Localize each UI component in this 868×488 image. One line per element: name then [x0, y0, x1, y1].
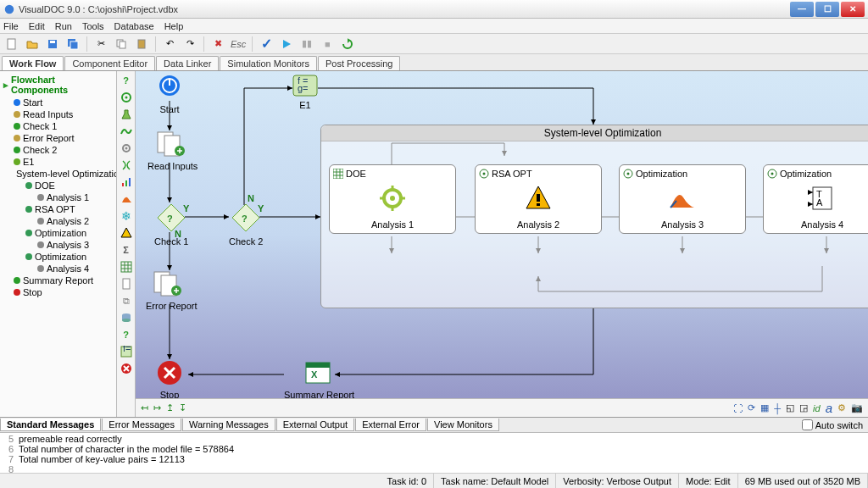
node-doe[interactable]: DOE Analysis 1 [329, 164, 456, 234]
db-tool-icon[interactable] [119, 310, 134, 325]
menu-run[interactable]: Run [55, 21, 72, 31]
tree-header[interactable]: ▸ Flowchart Components [2, 73, 114, 97]
node-read-inputs[interactable]: Read Inputs [147, 130, 198, 171]
tree-item[interactable]: Analysis 3 [2, 239, 114, 251]
minimize-button[interactable]: — [790, 2, 814, 17]
menu-tools[interactable]: Tools [82, 21, 104, 31]
tab-standard-messages[interactable]: Standard Messages [0, 419, 101, 431]
help-tool-icon[interactable]: ? [119, 73, 134, 88]
caution-tool-icon[interactable] [119, 225, 134, 241]
tab-external-output[interactable]: External Output [276, 419, 354, 431]
doc-tool-icon[interactable] [119, 276, 134, 291]
tree-item[interactable]: Summary Report [2, 274, 114, 286]
order-back-icon[interactable]: ◱ [786, 402, 794, 413]
stop-run-icon[interactable]: ■ [319, 36, 336, 53]
tree-item[interactable]: Analysis 2 [2, 215, 114, 227]
saveas-icon[interactable] [64, 36, 81, 53]
target-icon [767, 169, 777, 179]
font-a-icon[interactable]: a [826, 401, 832, 415]
eq-tool-icon[interactable]: f= [119, 344, 134, 359]
tab-sim-monitors[interactable]: Simulation Monitors [220, 56, 317, 70]
menu-database[interactable]: Database [114, 21, 154, 31]
paste-icon[interactable] [133, 36, 150, 53]
refresh-run-icon[interactable] [339, 36, 356, 53]
tree-item[interactable]: DOE [2, 180, 114, 191]
flask-tool-icon[interactable] [119, 107, 134, 122]
target-tool-icon[interactable] [119, 90, 134, 105]
tab-external-error[interactable]: External Error [355, 419, 426, 431]
camera-icon[interactable]: 📷 [851, 402, 863, 413]
check-tool-icon[interactable]: ? [119, 327, 134, 342]
node-error-report[interactable]: Error Report [146, 270, 198, 311]
run-icon[interactable] [278, 36, 295, 53]
tree-item[interactable]: RSA OPT [2, 203, 114, 215]
star-tool-icon[interactable]: ❄ [119, 208, 134, 224]
gear-tool-icon[interactable] [119, 141, 134, 156]
tab-error-messages[interactable]: Error Messages [102, 419, 181, 431]
copy-icon[interactable] [113, 36, 130, 53]
tree-item[interactable]: Stop [2, 286, 114, 298]
tree-item[interactable]: System-level Optimization [2, 168, 114, 180]
tree-item[interactable]: Check 2 [2, 144, 114, 156]
settings-gear-icon[interactable]: ⚙ [837, 402, 846, 413]
save-icon[interactable] [44, 36, 61, 53]
cut-icon[interactable]: ✂ [92, 36, 109, 53]
tree-item[interactable]: Analysis 4 [2, 263, 114, 274]
undo-icon[interactable]: ↶ [161, 36, 178, 53]
node-optimization-2[interactable]: Optimization TA Analysis 4 [763, 164, 868, 234]
validate-icon[interactable]: ✓ [258, 36, 275, 53]
menu-edit[interactable]: Edit [29, 21, 45, 31]
redo-icon[interactable]: ↷ [181, 36, 198, 53]
tab-view-monitors[interactable]: View Monitors [427, 419, 499, 431]
menu-file[interactable]: File [3, 21, 19, 31]
align-right-icon[interactable]: ↦ [153, 402, 161, 413]
order-front-icon[interactable]: ◲ [799, 402, 808, 413]
fit-icon[interactable]: ⛶ [733, 403, 743, 413]
delete-icon[interactable]: ✖ [209, 36, 226, 53]
align-left-icon[interactable]: ↤ [141, 402, 148, 413]
snap-icon[interactable]: ┼ [774, 403, 781, 413]
link-tool-icon[interactable]: ⧉ [119, 293, 134, 308]
node-stop[interactable]: Stop [156, 359, 183, 398]
pause-icon[interactable]: ▮▮ [298, 36, 315, 53]
wave-tool-icon[interactable] [119, 124, 134, 139]
matlab-tool-icon[interactable] [119, 191, 134, 207]
grid-view-icon[interactable]: ▦ [760, 402, 769, 413]
tab-component-editor[interactable]: Component Editor [64, 56, 155, 70]
canvas-toolbar: ↤ ↦ ↥ ↧ ⛶ ⟳ ▦ ┼ ◱ ◲ id a ⚙ 📷 [136, 398, 868, 417]
tree-item[interactable]: Error Report [2, 132, 114, 144]
stop-tool-icon[interactable] [119, 361, 134, 376]
node-rsa-opt[interactable]: RSA OPT Analysis 2 [475, 164, 602, 234]
tree-item[interactable]: Optimization [2, 227, 114, 239]
menu-help[interactable]: Help [164, 21, 184, 31]
tree-item[interactable]: E1 [2, 156, 114, 168]
node-summary-report[interactable]: X Summary Report [284, 359, 354, 398]
tree-item[interactable]: Read Inputs [2, 108, 114, 120]
refresh-icon[interactable]: ⟳ [748, 402, 755, 413]
auto-switch-checkbox[interactable] [802, 419, 813, 430]
sum-tool-icon[interactable]: Σ [119, 242, 134, 258]
chart-tool-icon[interactable] [119, 175, 134, 190]
tab-workflow[interactable]: Work Flow [2, 56, 64, 70]
node-e1[interactable]: f =g= E1 [292, 75, 318, 110]
open-icon[interactable] [24, 36, 41, 53]
grid-tool-icon[interactable] [119, 259, 134, 274]
message-console[interactable]: 5premeable read correctly6Total number o… [0, 432, 868, 473]
node-start[interactable]: Start [154, 74, 185, 114]
id-toggle-icon[interactable]: id [813, 403, 821, 413]
align-up-icon[interactable]: ↥ [166, 402, 174, 413]
tab-post-processing[interactable]: Post Processing [318, 56, 400, 70]
close-button[interactable]: ✕ [841, 2, 865, 17]
node-optimization-1[interactable]: Optimization Analysis 3 [619, 164, 746, 234]
tree-item[interactable]: Check 1 [2, 120, 114, 132]
tree-item[interactable]: Analysis 1 [2, 191, 114, 203]
flowchart-canvas[interactable]: Start Read Inputs ? Check 1 Y N ? Check … [136, 71, 868, 398]
tree-item[interactable]: Start [2, 97, 114, 108]
tab-warning-messages[interactable]: Warning Messages [182, 419, 275, 431]
dna-tool-icon[interactable] [119, 158, 134, 173]
tab-data-linker[interactable]: Data Linker [156, 56, 219, 70]
tree-item[interactable]: Optimization [2, 251, 114, 263]
maximize-button[interactable]: ☐ [815, 2, 839, 17]
align-down-icon[interactable]: ↧ [179, 402, 186, 413]
new-icon[interactable] [3, 36, 20, 53]
